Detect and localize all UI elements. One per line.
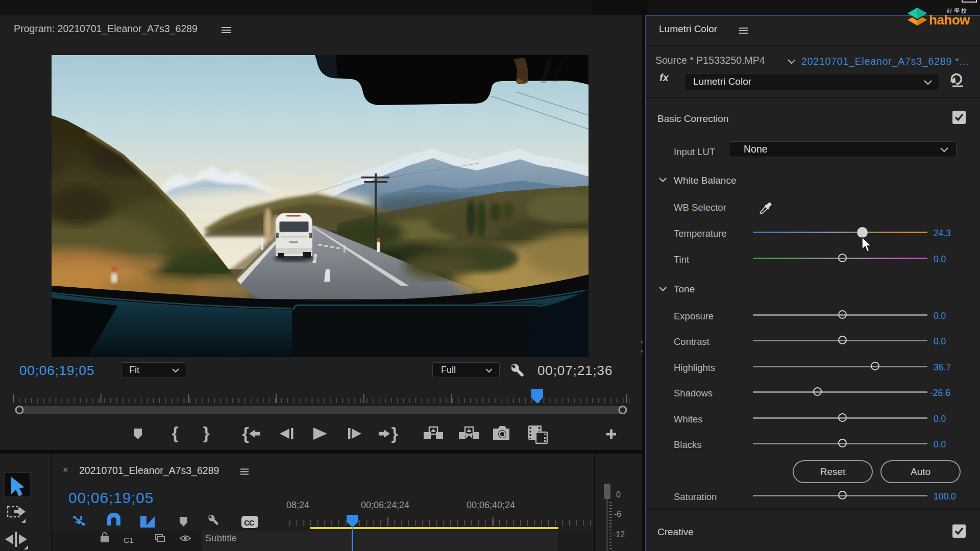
svg-text:-12: -12 (613, 530, 625, 539)
svg-text:好學校: 好學校 (946, 8, 968, 14)
svg-text:0: 0 (616, 490, 621, 499)
svg-text:}: } (391, 423, 398, 443)
svg-text:C1: C1 (124, 536, 134, 544)
svg-text:}: } (203, 423, 209, 442)
svg-text:{: { (172, 423, 178, 442)
svg-text:Subtitle: Subtitle (205, 533, 237, 543)
svg-text:-6: -6 (614, 510, 621, 518)
svg-text:{: { (242, 423, 249, 443)
svg-text:hahow: hahow (929, 12, 970, 28)
